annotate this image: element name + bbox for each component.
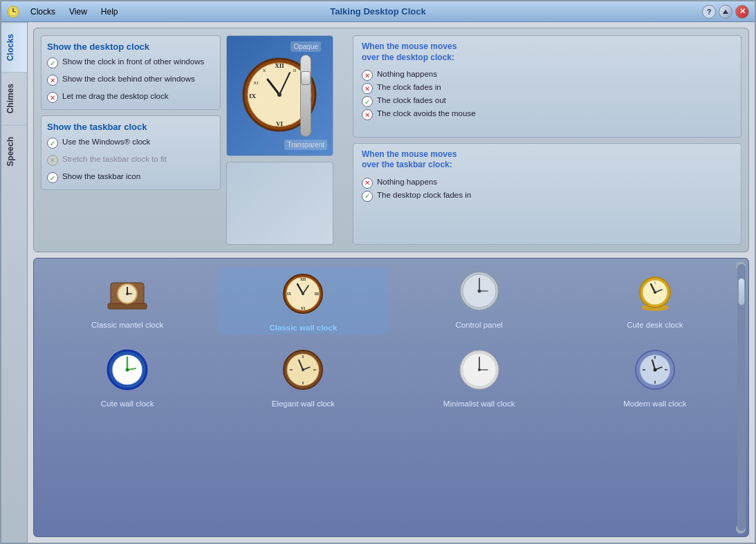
main-window: Clocks View Help Talking Desktop Clock ?…: [0, 0, 756, 544]
clock-item-classic-mantel[interactable]: Classic mantel clock: [42, 267, 212, 335]
clock-label-cute-wall: Cute wall clock: [101, 400, 154, 408]
clock-item-cute-desk[interactable]: Cute desk clock: [570, 267, 740, 335]
clock-thumb-classic-mantel: [103, 267, 151, 315]
mouse-desktop-title: When the mouse movesover the desktop clo…: [362, 41, 732, 63]
main-content: Clocks Chimes Speech Show the desktop cl…: [1, 22, 755, 543]
svg-text:IX: IX: [287, 292, 291, 296]
desktop-clock-title[interactable]: Show the desktop clock: [47, 41, 214, 52]
title-buttons: ? ✕: [702, 5, 749, 19]
mouse-desktop-fadeout-label: The clock fades out: [377, 95, 446, 106]
menu-clocks[interactable]: Clocks: [25, 6, 61, 18]
cute-wall-svg: [105, 348, 149, 392]
svg-text:XII: XII: [275, 62, 284, 69]
clock-item-minimalist-wall[interactable]: Minimalist wall clock: [394, 346, 564, 408]
mouse-taskbar-fadein: ✓ The desktop clock fades in: [362, 189, 732, 203]
option-row-stretch: ✕ Stretch the taskbar clock to fit: [47, 153, 214, 167]
clock-item-elegant-wall[interactable]: Elegant wall clock: [218, 346, 388, 408]
svg-text:III: III: [315, 292, 319, 296]
scrollbar[interactable]: [737, 264, 746, 531]
clock-label-classic-wall: Classic wall clock: [269, 323, 337, 332]
option-taskbar-icon-label: Show the taskbar icon: [62, 171, 140, 182]
clock-item-classic-wall[interactable]: XII III VI IX Classic wall clock: [218, 267, 388, 335]
clock-label-elegant-wall: Elegant wall clock: [272, 400, 335, 408]
option-row-behind: ✕ Show the clock behind other windows: [47, 73, 214, 86]
clock-thumb-modern-wall: [631, 346, 679, 394]
menu-view[interactable]: View: [64, 6, 93, 18]
svg-point-39: [477, 290, 481, 293]
classic-mantel-svg: [105, 269, 149, 313]
checkbox-mouse-desktop-fadeout[interactable]: ✓: [362, 96, 373, 107]
clock-item-control-panel[interactable]: Control panel: [394, 267, 564, 335]
taskbar-clock-section: Show the taskbar clock ✓ Use the Windows…: [41, 115, 221, 190]
checkbox-mouse-desktop-nothing[interactable]: ✕: [362, 70, 373, 81]
svg-text:XII: XII: [300, 277, 306, 281]
menu-bar: Clocks View Help: [25, 6, 124, 18]
mouse-desktop-section: When the mouse movesover the desktop clo…: [353, 35, 741, 138]
checkbox-windows-clock[interactable]: ✓: [47, 138, 58, 149]
cute-desk-svg: [633, 269, 677, 313]
svg-point-74: [653, 368, 656, 372]
menu-help[interactable]: Help: [95, 6, 124, 18]
svg-point-60: [302, 368, 304, 371]
sidebar-tab-clocks[interactable]: Clocks: [1, 22, 27, 72]
elegant-wall-svg: [281, 348, 325, 392]
clock-thumb-elegant-wall: [279, 346, 327, 394]
sidebar-tab-speech[interactable]: Speech: [1, 125, 27, 178]
help-button[interactable]: ?: [702, 5, 716, 19]
classic-wall-svg: XII III VI IX: [281, 272, 325, 316]
slider-thumb[interactable]: [301, 71, 311, 85]
svg-marker-4: [723, 10, 728, 14]
svg-text:XI: XI: [253, 80, 259, 86]
mouse-taskbar-fadein-label: The desktop clock fades in: [377, 190, 471, 200]
mouse-taskbar-title: When the mouse movesover the taskbar clo…: [362, 149, 732, 171]
middle-column: XII III VI IX II I X XI: [226, 35, 347, 245]
mouse-taskbar-nothing: ✕ Nothing happens: [362, 176, 732, 189]
close-button[interactable]: ✕: [735, 5, 749, 19]
option-row-windows-clock: ✓ Use the Windows® clock: [47, 136, 214, 149]
option-behind-label: Show the clock behind other windows: [62, 74, 195, 84]
checkbox-mouse-desktop-avoids[interactable]: ✕: [362, 109, 373, 120]
option-stretch-label: Stretch the taskbar clock to fit: [62, 154, 167, 165]
checkbox-behind[interactable]: ✕: [47, 75, 58, 86]
minimalist-wall-svg: [457, 348, 501, 392]
window-title: Talking Desktop Clock: [330, 6, 425, 17]
top-panel: Show the desktop clock ✓ Show the clock …: [33, 28, 749, 252]
svg-point-17: [277, 93, 282, 97]
clock-label-minimalist-wall: Minimalist wall clock: [443, 400, 515, 408]
minimize-button[interactable]: [719, 5, 732, 19]
taskbar-clock-title[interactable]: Show the taskbar clock: [47, 122, 214, 132]
mouse-desktop-fadein-label: The clock fades in: [377, 82, 441, 93]
mouse-desktop-nothing-label: Nothing happens: [377, 69, 437, 79]
clock-item-modern-wall[interactable]: Modern wall clock: [570, 346, 740, 408]
svg-text:VI: VI: [276, 120, 283, 127]
title-bar-left: Clocks View Help: [7, 6, 124, 18]
checkbox-mouse-taskbar-fadein[interactable]: ✓: [362, 191, 373, 202]
app-icon: [7, 6, 19, 18]
clock-label-classic-mantel: Classic mantel clock: [91, 321, 163, 329]
clock-thumb-classic-wall: XII III VI IX: [279, 270, 327, 318]
opacity-bottom-label: Transparent: [284, 140, 327, 150]
option-windows-clock-label: Use the Windows® clock: [62, 137, 150, 147]
mouse-desktop-avoids: ✕ The clock avoids the mouse: [362, 108, 732, 121]
clock-thumb-control-panel: [455, 267, 504, 315]
opacity-top-label: Opaque: [291, 41, 321, 52]
checkbox-front[interactable]: ✓: [47, 57, 58, 68]
option-row-drag: ✕ Let me drag the desktop clock: [47, 91, 214, 104]
checkbox-taskbar-icon[interactable]: ✓: [47, 172, 58, 183]
slider-track[interactable]: [300, 55, 311, 137]
clock-label-modern-wall: Modern wall clock: [623, 400, 686, 408]
desktop-clock-section: Show the desktop clock ✓ Show the clock …: [41, 35, 221, 110]
sidebar-tab-chimes[interactable]: Chimes: [1, 72, 27, 124]
svg-text:IX: IX: [249, 93, 257, 100]
mouse-taskbar-nothing-label: Nothing happens: [377, 177, 437, 187]
clock-grid: Classic mantel clock XII III VI IX: [39, 267, 743, 408]
clock-item-cute-wall[interactable]: Cute wall clock: [42, 346, 212, 408]
desktop-clock-preview: XII III VI IX II I X XI: [226, 35, 333, 156]
scroll-thumb[interactable]: [738, 278, 745, 306]
checkbox-drag[interactable]: ✕: [47, 92, 58, 103]
checkbox-mouse-desktop-fadein[interactable]: ✕: [362, 83, 373, 94]
clock-thumb-cute-desk: [631, 267, 679, 315]
checkbox-mouse-taskbar-nothing[interactable]: ✕: [362, 178, 373, 189]
option-row-taskbar-icon: ✓ Show the taskbar icon: [47, 171, 214, 184]
clock-label-control-panel: Control panel: [455, 321, 502, 329]
